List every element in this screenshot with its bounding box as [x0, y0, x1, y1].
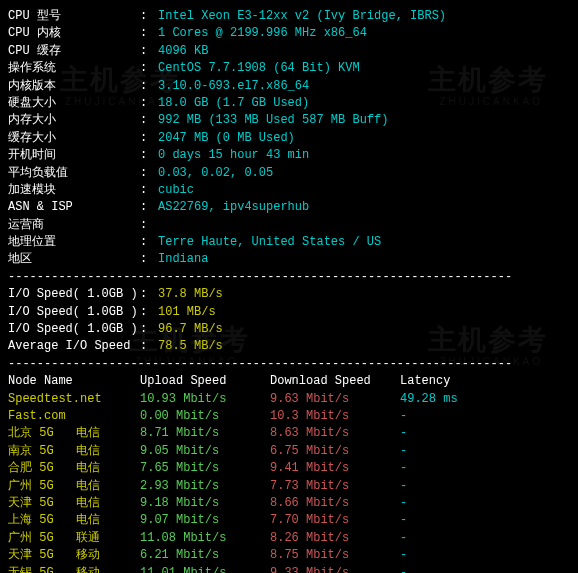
- upload-speed: 7.65 Mbit/s: [140, 460, 270, 477]
- colon: :: [140, 60, 158, 77]
- node-name: 天津 5G: [8, 547, 76, 564]
- divider: ----------------------------------------…: [8, 356, 570, 373]
- colon: :: [140, 95, 158, 112]
- latency: -: [400, 530, 500, 547]
- sysinfo-label: 运营商: [8, 217, 140, 234]
- io-label: I/O Speed( 1.0GB ): [8, 286, 140, 303]
- sysinfo-label: 缓存大小: [8, 130, 140, 147]
- latency: 49.28 ms: [400, 391, 500, 408]
- latency: -: [400, 443, 500, 460]
- sysinfo-value: 4096 KB: [158, 44, 208, 58]
- node-name: 北京 5G: [8, 425, 76, 442]
- node-isp: 电信: [76, 443, 140, 460]
- sysinfo-label: CPU 型号: [8, 8, 140, 25]
- sysinfo-value: 3.10.0-693.el7.x86_64: [158, 79, 309, 93]
- speedtest-row: 广州 5G联通11.08 Mbit/s8.26 Mbit/s-: [8, 530, 570, 547]
- download-speed: 9.63 Mbit/s: [270, 391, 400, 408]
- colon: :: [140, 43, 158, 60]
- upload-speed: 6.21 Mbit/s: [140, 547, 270, 564]
- node-cell: 天津 5G移动: [8, 547, 140, 564]
- sysinfo-row: 内存大小: 992 MB (133 MB Used 587 MB Buff): [8, 112, 570, 129]
- latency: -: [400, 565, 500, 574]
- speedtest-row: 无锡 5G移动11.01 Mbit/s9.33 Mbit/s-: [8, 565, 570, 574]
- speedtest-row: 天津 5G移动6.21 Mbit/s8.75 Mbit/s-: [8, 547, 570, 564]
- sysinfo-value: 0 days 15 hour 43 min: [158, 148, 309, 162]
- io-row: Average I/O Speed: 78.5 MB/s: [8, 338, 570, 355]
- sysinfo-row: CPU 型号: Intel Xeon E3-12xx v2 (Ivy Bridg…: [8, 8, 570, 25]
- upload-speed: 9.07 Mbit/s: [140, 512, 270, 529]
- colon: :: [140, 78, 158, 95]
- io-value: 96.7 MB/s: [158, 322, 223, 336]
- upload-speed: 2.93 Mbit/s: [140, 478, 270, 495]
- sysinfo-label: 平均负载值: [8, 165, 140, 182]
- download-speed: 6.75 Mbit/s: [270, 443, 400, 460]
- node-isp: 电信: [76, 495, 140, 512]
- sysinfo-row: 开机时间: 0 days 15 hour 43 min: [8, 147, 570, 164]
- sysinfo-value: 18.0 GB (1.7 GB Used): [158, 96, 309, 110]
- speedtest-row: 天津 5G电信9.18 Mbit/s8.66 Mbit/s-: [8, 495, 570, 512]
- node-name: 天津 5G: [8, 495, 76, 512]
- speedtest-row: 上海 5G电信9.07 Mbit/s7.70 Mbit/s-: [8, 512, 570, 529]
- latency: -: [400, 460, 500, 477]
- sysinfo-value: AS22769, ipv4superhub: [158, 200, 309, 214]
- latency: -: [400, 512, 500, 529]
- sysinfo-label: 内存大小: [8, 112, 140, 129]
- sysinfo-row: 地区: Indiana: [8, 251, 570, 268]
- node-isp: 电信: [76, 512, 140, 529]
- sysinfo-label: ASN & ISP: [8, 199, 140, 216]
- colon: :: [140, 8, 158, 25]
- speedtest-row: 南京 5G电信9.05 Mbit/s6.75 Mbit/s-: [8, 443, 570, 460]
- speedtest-header: Node NameUpload SpeedDownload SpeedLaten…: [8, 373, 570, 390]
- speedtest-header-upload: Upload Speed: [140, 373, 270, 390]
- node-name: 南京 5G: [8, 443, 76, 460]
- sysinfo-row: ASN & ISP: AS22769, ipv4superhub: [8, 199, 570, 216]
- sysinfo-label: CPU 内核: [8, 25, 140, 42]
- io-row: I/O Speed( 1.0GB ): 101 MB/s: [8, 304, 570, 321]
- sysinfo-row: 操作系统: CentOS 7.7.1908 (64 Bit) KVM: [8, 60, 570, 77]
- colon: :: [140, 217, 158, 234]
- node-cell: Fast.com: [8, 408, 140, 425]
- sysinfo-label: 操作系统: [8, 60, 140, 77]
- speedtest-row: 合肥 5G电信7.65 Mbit/s9.41 Mbit/s-: [8, 460, 570, 477]
- sysinfo-label: CPU 缓存: [8, 43, 140, 60]
- sysinfo-label: 硬盘大小: [8, 95, 140, 112]
- node-isp: 联通: [76, 530, 140, 547]
- download-speed: 8.75 Mbit/s: [270, 547, 400, 564]
- colon: :: [140, 112, 158, 129]
- sysinfo-row: CPU 缓存: 4096 KB: [8, 43, 570, 60]
- download-speed: 9.33 Mbit/s: [270, 565, 400, 574]
- upload-speed: 0.00 Mbit/s: [140, 408, 270, 425]
- node-cell: 无锡 5G移动: [8, 565, 140, 574]
- io-value: 37.8 MB/s: [158, 287, 223, 301]
- sysinfo-value: 992 MB (133 MB Used 587 MB Buff): [158, 113, 388, 127]
- speedtest-row: 北京 5G电信8.71 Mbit/s8.63 Mbit/s-: [8, 425, 570, 442]
- speedtest-row: 广州 5G电信2.93 Mbit/s7.73 Mbit/s-: [8, 478, 570, 495]
- node-cell: 合肥 5G电信: [8, 460, 140, 477]
- speedtest-row: Fast.com0.00 Mbit/s10.3 Mbit/s-: [8, 408, 570, 425]
- sysinfo-value: 1 Cores @ 2199.996 MHz x86_64: [158, 26, 367, 40]
- download-speed: 7.70 Mbit/s: [270, 512, 400, 529]
- download-speed: 8.63 Mbit/s: [270, 425, 400, 442]
- sysinfo-value: Intel Xeon E3-12xx v2 (Ivy Bridge, IBRS): [158, 9, 446, 23]
- sysinfo-value: cubic: [158, 183, 194, 197]
- io-value: 101 MB/s: [158, 305, 216, 319]
- upload-speed: 8.71 Mbit/s: [140, 425, 270, 442]
- node-name: 合肥 5G: [8, 460, 76, 477]
- system-info-block: CPU 型号: Intel Xeon E3-12xx v2 (Ivy Bridg…: [8, 8, 570, 269]
- colon: :: [140, 147, 158, 164]
- sysinfo-label: 加速模块: [8, 182, 140, 199]
- io-label: I/O Speed( 1.0GB ): [8, 304, 140, 321]
- node-cell: Speedtest.net: [8, 391, 140, 408]
- upload-speed: 9.05 Mbit/s: [140, 443, 270, 460]
- colon: :: [140, 25, 158, 42]
- sysinfo-row: 缓存大小: 2047 MB (0 MB Used): [8, 130, 570, 147]
- node-name: 上海 5G: [8, 512, 76, 529]
- node-cell: 天津 5G电信: [8, 495, 140, 512]
- colon: :: [140, 182, 158, 199]
- io-label: Average I/O Speed: [8, 338, 140, 355]
- upload-speed: 11.08 Mbit/s: [140, 530, 270, 547]
- colon: :: [140, 165, 158, 182]
- sysinfo-label: 地区: [8, 251, 140, 268]
- latency: -: [400, 408, 500, 425]
- upload-speed: 10.93 Mbit/s: [140, 391, 270, 408]
